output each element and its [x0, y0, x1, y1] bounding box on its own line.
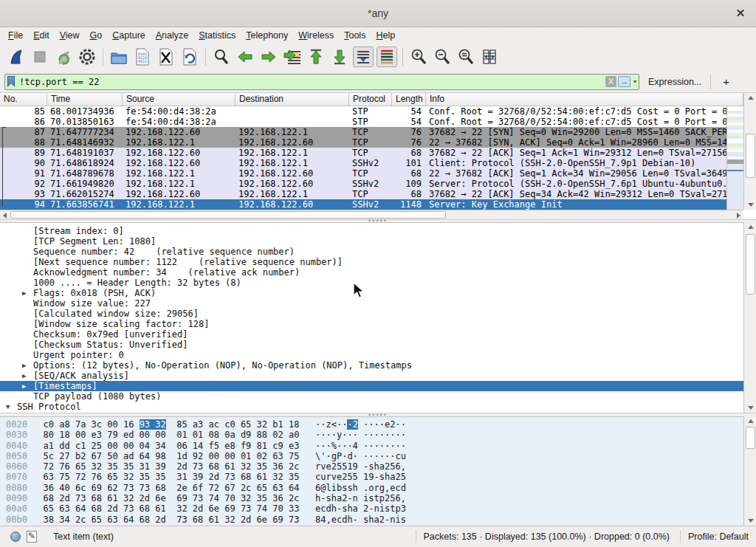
stop-capture-icon[interactable] [30, 47, 50, 67]
scrollbar-thumb[interactable] [746, 234, 755, 295]
detail-line[interactable]: [Checksum Status: Unverified] [0, 340, 743, 350]
colorize-icon[interactable] [377, 47, 397, 67]
menu-file[interactable]: File [3, 29, 28, 42]
collapsed-arrow-icon[interactable]: ▶ [22, 371, 26, 381]
detail-line[interactable]: Window size value: 227 [0, 298, 743, 309]
scroll-right-icon[interactable] [737, 213, 740, 219]
scrollbar-thumb[interactable] [746, 134, 755, 178]
detail-line[interactable]: ▶[SEQ/ACK analysis] [0, 371, 743, 381]
start-capture-icon[interactable] [6, 47, 27, 67]
capture-comment-icon[interactable] [27, 531, 37, 543]
hex-row[interactable]: 0090 68 2d 73 68 61 32 2d 6e 69 73 74 70… [0, 493, 743, 503]
detail-line[interactable]: ▼SSH Protocol [0, 402, 743, 412]
menu-capture[interactable]: Capture [107, 29, 150, 42]
menu-edit[interactable]: Edit [28, 29, 55, 42]
packet-row[interactable]: 9471.663856741192.168.122.1192.168.122.6… [0, 199, 726, 210]
menu-telephony[interactable]: Telephony [241, 29, 293, 42]
add-filter-button[interactable]: + [718, 75, 734, 88]
packet-row[interactable]: 9171.648789678192.168.122.1192.168.122.6… [0, 168, 726, 179]
close-icon[interactable]: ✕ [734, 7, 747, 20]
restart-capture-icon[interactable] [53, 47, 74, 67]
packet-row[interactable]: 8670.013850163fe:54:00:d4:38:2aSTP54Conf… [0, 117, 726, 127]
detail-line[interactable]: ▶[Timestamps] [0, 381, 743, 391]
detail-line[interactable]: [Stream index: 0] [0, 226, 743, 236]
collapsed-arrow-icon[interactable]: ▶ [22, 381, 26, 391]
hex-row[interactable]: 0060 72 76 65 32 35 35 31 39 2d 73 68 61… [0, 461, 743, 472]
filter-dropdown-icon[interactable]: ▾ [633, 78, 636, 85]
menu-view[interactable]: View [55, 29, 85, 42]
zoom-in-icon[interactable] [408, 47, 429, 67]
collapsed-arrow-icon[interactable]: ▶ [22, 360, 26, 371]
menu-analyze[interactable]: Analyze [151, 29, 193, 42]
zoom-reset-icon[interactable] [456, 47, 476, 67]
display-filter-input[interactable]: !tcp.port == 22 X → ▾ [4, 74, 639, 90]
detail-line[interactable]: Urgent pointer: 0 [0, 350, 743, 360]
filter-clear-icon[interactable]: X [605, 76, 616, 87]
column-header-protocol[interactable]: Protocol [349, 93, 392, 106]
open-file-icon[interactable] [109, 47, 129, 67]
column-header-length[interactable]: Length [392, 93, 426, 106]
resize-columns-icon[interactable] [479, 47, 500, 67]
detail-line[interactable]: [TCP Segment Len: 1080] [0, 236, 743, 247]
filter-apply-icon[interactable]: → [618, 76, 630, 87]
hex-row[interactable]: 0030 80 18 00 e3 79 ed 00 00 01 01 08 0a… [0, 430, 743, 440]
column-header-info[interactable]: Info [426, 93, 743, 106]
find-packet-icon[interactable] [211, 47, 232, 67]
go-first-icon[interactable] [306, 47, 326, 67]
column-header-source[interactable]: Source [123, 93, 236, 106]
expert-info-icon[interactable] [10, 531, 21, 542]
expanded-arrow-icon[interactable]: ▼ [6, 402, 10, 412]
save-file-icon[interactable]: 010101100011 [132, 47, 153, 67]
packet-row[interactable]: 9271.661949820192.168.122.1192.168.122.6… [0, 179, 726, 189]
detail-line[interactable]: [Calculated window size: 29056] [0, 309, 743, 319]
menu-wireless[interactable]: Wireless [293, 29, 339, 42]
scroll-down-icon[interactable] [748, 203, 754, 207]
scroll-up-icon[interactable] [748, 419, 754, 423]
packet-list-header[interactable]: No.TimeSourceDestinationProtocolLengthIn… [0, 93, 743, 106]
intelligent-scrollbar-minimap[interactable] [726, 106, 743, 210]
detail-line[interactable]: [Window size scaling factor: 128] [0, 319, 743, 329]
hex-row[interactable]: 0050 5c 27 b2 67 50 ad 64 98 1d 92 00 00… [0, 451, 743, 461]
packet-row[interactable]: 9071.648618924192.168.122.60192.168.122.… [0, 158, 726, 168]
profile-label[interactable]: Profile: Default [688, 531, 749, 542]
capture-options-icon[interactable] [77, 47, 97, 67]
hex-row[interactable]: 0020 c0 a8 7a 3c 00 16 93 32 85 a3 ac c0… [0, 419, 743, 430]
reload-file-icon[interactable] [179, 47, 200, 67]
go-last-icon[interactable] [329, 47, 350, 67]
filter-value[interactable]: !tcp.port == 22 [19, 77, 605, 87]
hex-row[interactable]: 00a0 65 63 64 68 2d 73 68 61 32 2d 6e 69… [0, 503, 743, 514]
detail-line[interactable]: Acknowledgment number: 34 (relative ack … [0, 267, 743, 278]
packet-row[interactable]: 9371.662015274192.168.122.60192.168.122.… [0, 189, 726, 199]
go-back-icon[interactable] [235, 47, 255, 67]
go-to-packet-icon[interactable] [282, 47, 303, 67]
packet-row[interactable]: 8568.001734936fe:54:00:d4:38:2aSTP54Conf… [0, 106, 726, 117]
hex-row[interactable]: 0040 a1 dd c1 25 00 00 04 34 06 14 f5 e8… [0, 441, 743, 451]
filter-bookmark-icon[interactable] [7, 76, 15, 87]
close-file-icon[interactable] [156, 47, 176, 67]
details-vscrollbar[interactable] [743, 222, 756, 413]
scroll-up-icon[interactable] [748, 225, 754, 229]
packet-row[interactable]: 8771.647777234192.168.122.60192.168.122.… [0, 127, 726, 137]
detail-line[interactable]: ▶Options: (12 bytes), No-Operation (NOP)… [0, 360, 743, 371]
hex-row[interactable]: 0070 63 75 72 76 65 32 35 35 31 39 2d 73… [0, 472, 743, 482]
go-forward-icon[interactable] [258, 47, 279, 67]
scroll-left-icon[interactable] [3, 213, 7, 219]
packet-list-vscrollbar[interactable] [743, 93, 756, 210]
column-header-no[interactable]: No. [0, 93, 47, 106]
expression-button[interactable]: Expression... [648, 77, 701, 87]
detail-line[interactable]: TCP payload (1080 bytes) [0, 391, 743, 402]
menu-tools[interactable]: Tools [339, 29, 371, 42]
detail-line[interactable]: Sequence number: 42 (relative sequence n… [0, 247, 743, 257]
column-header-destination[interactable]: Destination [236, 93, 349, 106]
menu-statistics[interactable]: Statistics [193, 29, 241, 42]
bytes-vscrollbar[interactable] [743, 416, 756, 526]
packet-row[interactable]: 8871.648146932192.168.122.1192.168.122.6… [0, 137, 726, 148]
detail-line[interactable]: 1000 .... = Header Length: 32 bytes (8) [0, 278, 743, 288]
menu-go[interactable]: Go [85, 29, 108, 42]
hex-row[interactable]: 0080 36 40 6c 69 62 73 73 68 2e 6f 72 67… [0, 483, 743, 493]
menu-help[interactable]: Help [371, 29, 400, 42]
scroll-down-icon[interactable] [748, 406, 754, 410]
column-header-time[interactable]: Time [47, 93, 123, 106]
zoom-out-icon[interactable] [432, 47, 453, 67]
scrollbar-thumb[interactable] [746, 427, 755, 449]
